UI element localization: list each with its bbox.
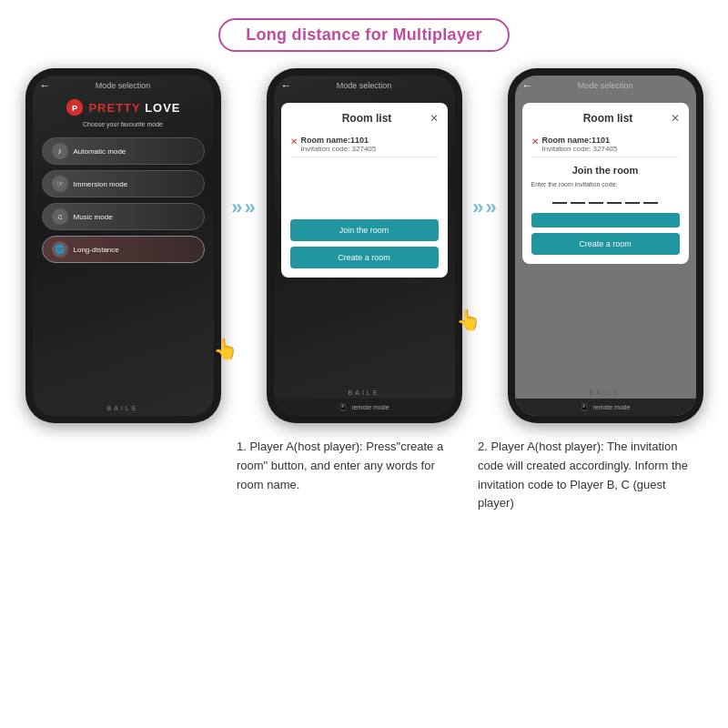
room-info-2: Room name:1101 Invitation code: 327405 xyxy=(542,136,680,153)
descriptions-row: 1. Player A(host player): Press"create a… xyxy=(9,438,719,513)
immersion-mode-label: Immersion mode xyxy=(74,180,128,188)
code-dash-4 xyxy=(607,191,622,204)
join-room-btn[interactable]: Join the room xyxy=(290,219,439,241)
double-chevron-2-icon: » » xyxy=(472,196,497,219)
arrow-1: » » xyxy=(221,196,267,219)
phone-1-screen: ← Mode selection P PRETTY LOVE Choose yo… xyxy=(33,76,214,416)
phone-1-header-title: Mode selection xyxy=(96,81,151,90)
join-room-title: Join the room xyxy=(531,165,680,176)
code-dash-3 xyxy=(589,191,603,204)
code-input-row xyxy=(531,191,680,204)
long-distance-mode-btn[interactable]: 🌐 Long-distance xyxy=(42,236,205,263)
long-distance-icon: 🌐 xyxy=(52,241,68,258)
phones-row: ← Mode selection P PRETTY LOVE Choose yo… xyxy=(9,68,719,423)
phone-3-footer: BAILE xyxy=(515,389,696,396)
music-icon: ♫ xyxy=(52,208,68,225)
room-code-2: Invitation code: 327405 xyxy=(542,145,680,153)
code-dash-6 xyxy=(643,191,658,204)
phone-2-footer-bar: 📱 remote mode xyxy=(274,399,455,416)
modal-title-row: Room list ✕ xyxy=(290,112,439,125)
pretty-love-text: PRETTY LOVE xyxy=(88,101,180,115)
code-dash-5 xyxy=(625,191,640,204)
code-dash-2 xyxy=(571,191,585,204)
phone-2-back-arrow: ← xyxy=(281,79,292,92)
create-room-btn[interactable]: Create a room xyxy=(290,247,439,268)
phone-2-header: ← Mode selection xyxy=(274,76,455,92)
room-item: ✕ Room name:1101 Invitation code: 327405 xyxy=(290,132,439,157)
phone-2-footer: BAILE xyxy=(274,389,455,396)
phone-2-footer-mode: remote mode xyxy=(351,404,389,410)
code-dash-1 xyxy=(552,191,567,204)
hand-cursor-icon: 👆 xyxy=(213,338,238,361)
modal-title: Room list xyxy=(305,112,430,125)
phone-2-frame: ← Mode selection Room list ✕ ✕ Room name… xyxy=(267,68,462,423)
immersion-mode-btn[interactable]: ☞ Immersion mode xyxy=(42,170,205,197)
room-name-2: Room name:1101 xyxy=(542,136,680,145)
room-list-modal-2: Room list ✕ ✕ Room name:1101 Invitation … xyxy=(522,103,689,264)
phone-2-header-title: Mode selection xyxy=(337,81,392,90)
automatic-mode-btn[interactable]: ♪ Automatic mode xyxy=(42,137,205,165)
arrow-2: » » xyxy=(462,196,508,219)
phone-3-back-arrow: ← xyxy=(522,79,533,92)
page-container: Long distance for Multiplayer ← Mode sel… xyxy=(0,0,728,728)
hand-cursor-2-icon: 👆 xyxy=(456,308,480,332)
phone-3-screen: ← Mode selection Room list ✕ ✕ Room name… xyxy=(515,76,696,416)
phone-3-header: ← Mode selection xyxy=(515,76,696,92)
music-mode-label: Music mode xyxy=(74,213,113,221)
desc-text-1: 1. Player A(host player): Press"create a… xyxy=(237,438,450,494)
desc-text-2: 2. Player A(host player): The invitation… xyxy=(478,438,692,513)
desc-block-1: 1. Player A(host player): Press"create a… xyxy=(223,438,464,513)
room-x-2-icon: ✕ xyxy=(531,136,539,147)
modal-spacer xyxy=(290,161,439,216)
keyboard-suggestion-bar xyxy=(531,213,680,228)
phone-3-frame: ← Mode selection Room list ✕ ✕ Room name… xyxy=(508,68,703,423)
modal-2-close-btn[interactable]: ✕ xyxy=(671,112,680,125)
modal-2-title: Room list xyxy=(546,112,671,125)
room-info: Room name:1101 Invitation code: 327405 xyxy=(301,136,439,153)
phone-1-subtitle: Choose your favourite mode xyxy=(33,121,214,127)
svg-text:P: P xyxy=(72,104,77,113)
music-mode-btn[interactable]: ♫ Music mode xyxy=(42,203,205,230)
double-chevron-icon: » » xyxy=(231,196,256,219)
desc-spacer xyxy=(27,438,223,513)
phone-3-footer-bar: 📱 remote mode xyxy=(515,399,696,416)
phone-1-frame: ← Mode selection P PRETTY LOVE Choose yo… xyxy=(25,68,221,423)
remote-mode-icon: 📱 xyxy=(339,403,348,411)
phone-1-footer: BAILE xyxy=(33,400,214,416)
create-room-btn-2[interactable]: Create a room xyxy=(531,233,680,255)
pretty-love-logo: P PRETTY LOVE xyxy=(65,97,180,117)
room-x-icon: ✕ xyxy=(290,136,298,147)
room-item-2: ✕ Room name:1101 Invitation code: 327405 xyxy=(531,132,680,157)
immersion-icon: ☞ xyxy=(52,176,68,192)
phone-2-screen: ← Mode selection Room list ✕ ✕ Room name… xyxy=(274,76,455,416)
room-list-modal: Room list ✕ ✕ Room name:1101 Invitation … xyxy=(281,103,448,278)
automatic-icon: ♪ xyxy=(52,143,68,159)
automatic-mode-label: Automatic mode xyxy=(74,147,126,156)
room-name: Room name:1101 xyxy=(301,136,439,145)
room-code: Invitation code: 327405 xyxy=(301,145,439,153)
desc-block-2: 2. Player A(host player): The invitation… xyxy=(464,438,705,513)
modal-close-btn[interactable]: ✕ xyxy=(430,112,439,125)
phone-3-remote-icon: 📱 xyxy=(580,403,589,411)
back-arrow-icon: ← xyxy=(40,79,51,92)
phone-3-footer-mode: remote mode xyxy=(592,404,630,410)
long-distance-mode-label: Long-distance xyxy=(74,246,119,254)
pl-logo-icon: P xyxy=(65,97,85,117)
invitation-label: Enter the room invitation code: xyxy=(531,181,680,187)
modal-2-title-row: Room list ✕ xyxy=(531,112,680,125)
phone-1-header: ← Mode selection xyxy=(33,76,214,92)
page-title: Long distance for Multiplayer xyxy=(218,18,510,52)
phone-3-header-title: Mode selection xyxy=(578,81,633,90)
